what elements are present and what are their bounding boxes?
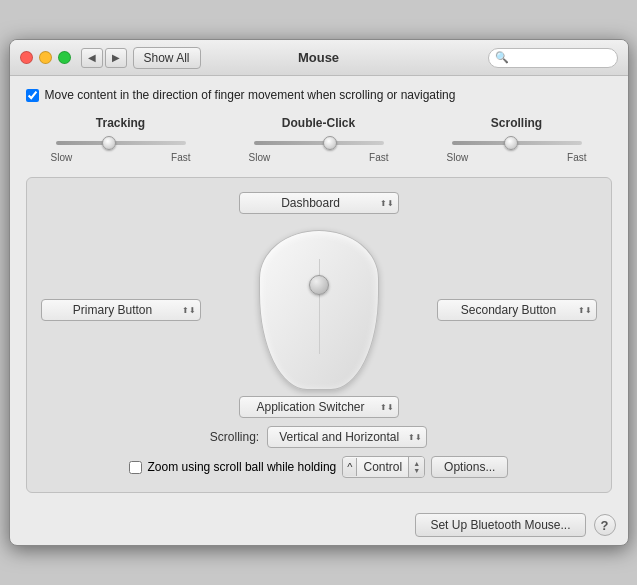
secondary-button-select[interactable]: Secondary Button Primary Button Mission … [437, 299, 597, 321]
dashboard-select[interactable]: Dashboard Mission Control Launchpad Appl… [239, 192, 399, 214]
mouse-panel: Dashboard Mission Control Launchpad Appl… [26, 177, 612, 493]
sliders-row: Tracking Slow Fast Double-Click Slow Fas… [26, 116, 612, 163]
tracking-slider[interactable] [56, 136, 186, 150]
scrolling-fast-label: Fast [567, 152, 586, 163]
minimize-button[interactable] [39, 51, 52, 64]
tracking-label: Tracking [96, 116, 145, 130]
bluetooth-setup-button[interactable]: Set Up Bluetooth Mouse... [415, 513, 585, 537]
tracking-slider-container: Slow Fast [51, 136, 191, 163]
zoom-checkbox[interactable] [129, 461, 142, 474]
scrolling-slow-label: Slow [447, 152, 469, 163]
search-icon: 🔍 [495, 51, 509, 64]
help-button[interactable]: ? [594, 514, 616, 536]
scrolling-slider-container: Slow Fast [447, 136, 587, 163]
show-all-button[interactable]: Show All [133, 47, 201, 69]
scrolling-label: Scrolling [491, 116, 542, 130]
zoom-label: Zoom using scroll ball while holding [148, 460, 337, 474]
dashboard-row: Dashboard Mission Control Launchpad Appl… [239, 192, 399, 214]
app-switcher-select-wrapper: Application Switcher Mission Control Exp… [239, 396, 399, 418]
mouse-panel-inner: Dashboard Mission Control Launchpad Appl… [41, 192, 597, 478]
tracking-slider-labels: Slow Fast [51, 152, 191, 163]
dashboard-select-wrapper: Dashboard Mission Control Launchpad Appl… [239, 192, 399, 214]
double-click-fast-label: Fast [369, 152, 388, 163]
scrolling-direction-select-wrapper: Vertical and Horizontal Vertical Only [267, 426, 427, 448]
app-switcher-row: Application Switcher Mission Control Exp… [239, 396, 399, 418]
scrolling-direction-label: Scrolling: [210, 430, 259, 444]
forward-button[interactable]: ▶ [105, 48, 127, 68]
double-click-slow-label: Slow [249, 152, 271, 163]
scroll-direction-checkbox[interactable] [26, 89, 39, 102]
bottom-bar: Set Up Bluetooth Mouse... ? [10, 505, 628, 545]
nav-buttons: ◀ ▶ [81, 48, 127, 68]
close-button[interactable] [20, 51, 33, 64]
tracking-slow-label: Slow [51, 152, 73, 163]
double-click-slider-labels: Slow Fast [249, 152, 389, 163]
scroll-direction-row: Move content in the direction of finger … [26, 88, 612, 102]
scrolling-slider-labels: Slow Fast [447, 152, 587, 163]
double-click-slider-group: Double-Click Slow Fast [234, 116, 404, 163]
primary-button-select-wrapper: Primary Button Secondary Button Mission … [41, 299, 201, 321]
app-switcher-select[interactable]: Application Switcher Mission Control Exp… [239, 396, 399, 418]
zoom-row: Zoom using scroll ball while holding ^ C… [41, 456, 597, 478]
tracking-slider-group: Tracking Slow Fast [36, 116, 206, 163]
control-prefix: ^ [343, 458, 357, 476]
scrolling-direction-select[interactable]: Vertical and Horizontal Vertical Only [267, 426, 427, 448]
scrolling-slider-group: Scrolling Slow Fast [432, 116, 602, 163]
control-name: Control [357, 457, 408, 477]
scrolling-direction-row: Scrolling: Vertical and Horizontal Verti… [41, 426, 597, 448]
control-dropdown-arrow[interactable]: ▲ ▼ [408, 457, 424, 477]
content-area: Move content in the direction of finger … [10, 76, 628, 505]
mouse-divider-line [319, 259, 320, 354]
mouse-body [259, 230, 379, 390]
window-title: Mouse [298, 50, 339, 65]
tracking-fast-label: Fast [171, 152, 190, 163]
mouse-preferences-window: ◀ ▶ Show All Mouse 🔍 Move content in the… [9, 39, 629, 546]
traffic-lights [20, 51, 71, 64]
primary-button-select[interactable]: Primary Button Secondary Button Mission … [41, 299, 201, 321]
titlebar: ◀ ▶ Show All Mouse 🔍 [10, 40, 628, 76]
search-box[interactable]: 🔍 [488, 48, 618, 68]
maximize-button[interactable] [58, 51, 71, 64]
mouse-image [259, 230, 379, 390]
scrolling-slider[interactable] [452, 136, 582, 150]
double-click-slider[interactable] [254, 136, 384, 150]
options-button[interactable]: Options... [431, 456, 508, 478]
mouse-scroll-ball [309, 275, 329, 295]
control-select-wrapper: ^ Control ▲ ▼ [342, 456, 425, 478]
back-button[interactable]: ◀ [81, 48, 103, 68]
scroll-direction-label: Move content in the direction of finger … [45, 88, 456, 102]
side-selects-row: Primary Button Secondary Button Mission … [41, 230, 597, 390]
secondary-button-select-wrapper: Secondary Button Primary Button Mission … [437, 299, 597, 321]
double-click-label: Double-Click [282, 116, 355, 130]
double-click-slider-container: Slow Fast [249, 136, 389, 163]
